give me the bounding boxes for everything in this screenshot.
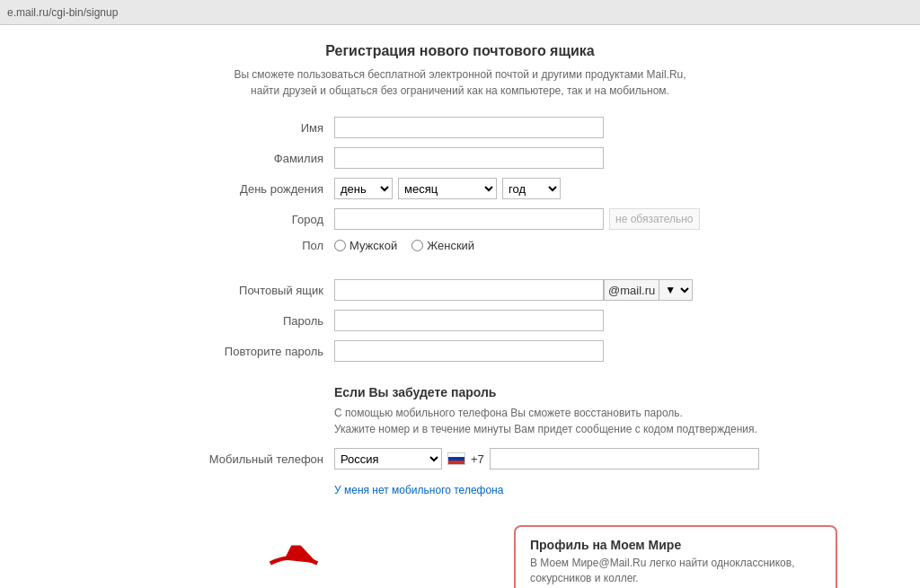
gender-male-label: Мужской [349, 239, 397, 252]
gender-row: Пол Мужской Женский [155, 239, 765, 252]
gender-female-label: Женский [427, 239, 474, 252]
form-container: Регистрация нового почтового ящика Вы см… [155, 43, 765, 588]
phone-code: +7 [471, 452, 484, 466]
birthday-field: день месяц год [334, 178, 765, 199]
surname-field [334, 147, 765, 169]
email-domain-text: @mail.ru [605, 284, 659, 297]
phone-country-select[interactable]: Россия [334, 448, 442, 470]
page-subtitle: Вы сможете пользоваться бесплатной элект… [155, 66, 765, 99]
confirm-row: Повторите пароль [155, 340, 765, 362]
password-section-text: С помощью мобильного телефона Вы сможете… [334, 405, 765, 437]
password-input[interactable] [334, 310, 604, 331]
name-input[interactable] [334, 117, 604, 138]
phone-row: Мобильный телефон Россия +7 [155, 448, 765, 470]
no-phone-link[interactable]: У меня нет мобильного телефона [334, 484, 503, 496]
phone-input[interactable] [490, 448, 759, 470]
city-field: не обязательно [334, 208, 765, 230]
confirm-field [334, 340, 765, 362]
profile-box-title: Профиль на Моем Мире [530, 538, 821, 552]
arrow-container [262, 545, 325, 584]
page-wrapper: Регистрация нового почтового ящика Вы см… [0, 25, 920, 588]
password-label: Пароль [155, 314, 334, 328]
city-label: Город [155, 213, 334, 226]
birthday-label: День рождения [155, 182, 334, 196]
confirm-label: Повторите пароль [155, 345, 334, 358]
password-section-heading: Если Вы забудете пароль [334, 385, 765, 399]
phone-field: Россия +7 [334, 448, 765, 470]
city-optional-label: не обязательно [609, 208, 700, 230]
month-select[interactable]: месяц [398, 178, 497, 199]
gender-field: Мужской Женский [334, 239, 765, 252]
city-input[interactable] [334, 208, 604, 230]
gender-label: Пол [155, 239, 334, 252]
password-field [334, 310, 765, 331]
name-field [334, 117, 765, 138]
email-domain-select[interactable]: ▼ [659, 280, 692, 300]
arrow-icon [262, 545, 325, 581]
name-row: Имя [155, 117, 765, 138]
surname-row: Фамилия [155, 147, 765, 169]
year-select[interactable]: год [502, 178, 561, 199]
email-field: @mail.ru ▼ [334, 279, 765, 301]
surname-label: Фамилия [155, 152, 334, 165]
page-title: Регистрация нового почтового ящика [155, 43, 765, 59]
name-label: Имя [155, 121, 334, 135]
gender-female-radio[interactable] [411, 240, 423, 251]
profile-section-wrapper: Профиль на Моем Мире В Моем Мире@Mail.Ru… [334, 511, 837, 588]
browser-bar: e.mail.ru/cgi-bin/signup [0, 0, 920, 25]
phone-flag-icon [447, 452, 465, 465]
email-label: Почтовый ящик [155, 284, 334, 297]
surname-input[interactable] [334, 147, 604, 169]
password-row: Пароль [155, 310, 765, 331]
gender-male-radio[interactable] [334, 240, 346, 251]
gender-male-option[interactable]: Мужской [334, 239, 397, 252]
profile-box: Профиль на Моем Мире В Моем Мире@Mail.Ru… [514, 525, 837, 588]
birthday-row: День рождения день месяц год [155, 178, 765, 199]
password-section: Если Вы забудете пароль С помощью мобиль… [334, 385, 765, 437]
phone-label: Мобильный телефон [155, 452, 334, 466]
confirm-input[interactable] [334, 340, 604, 362]
day-select[interactable]: день [334, 178, 393, 199]
email-row: Почтовый ящик @mail.ru ▼ [155, 279, 765, 301]
city-row: Город не обязательно [155, 208, 765, 230]
url-bar: e.mail.ru/cgi-bin/signup [7, 6, 118, 19]
email-domain-wrapper: @mail.ru ▼ [604, 279, 693, 301]
profile-box-text: В Моем Мире@Mail.Ru легко найти одноклас… [530, 556, 821, 586]
gender-female-option[interactable]: Женский [411, 239, 474, 252]
email-input[interactable] [334, 279, 604, 301]
